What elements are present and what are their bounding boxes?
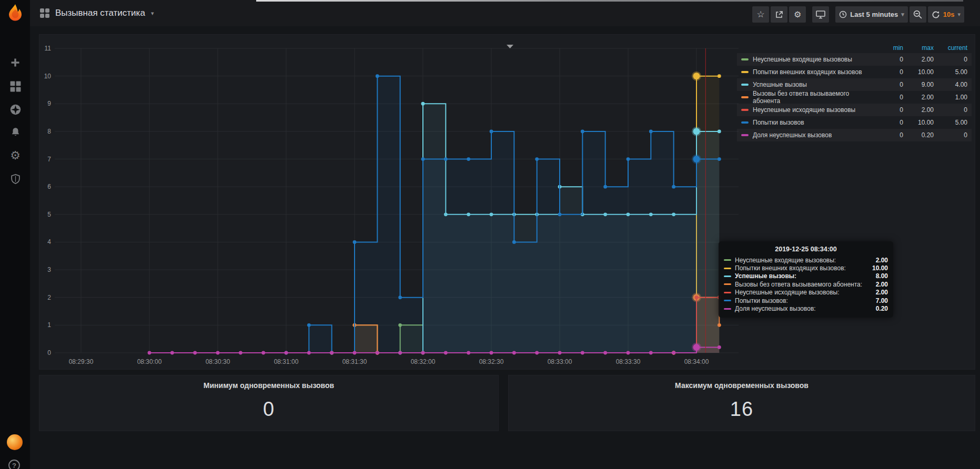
user-avatar[interactable] xyxy=(7,434,23,450)
tooltip-series-label: Попытки внешних входящих вызовов: xyxy=(735,264,846,272)
legend-sort-min[interactable]: min xyxy=(876,44,903,52)
series-point xyxy=(216,351,220,355)
graph-tooltip: 2019-12-25 08:34:00 Неуспешные входящие … xyxy=(719,241,893,318)
legend-series-label[interactable]: Вызовы без ответа вызываемого абонента xyxy=(741,90,876,105)
legend-series-name[interactable]: Попытки вызовов xyxy=(753,119,804,126)
tooltip-row: Неуспешные исходящие вызововы:2.00 xyxy=(724,289,888,297)
legend-min-value: 0 xyxy=(876,131,903,139)
series-point xyxy=(558,351,562,355)
legend-sort-max[interactable]: max xyxy=(903,44,934,52)
legend-current-value: 5.00 xyxy=(934,68,967,76)
series-color-dash-icon[interactable] xyxy=(741,121,749,124)
dashboard-title[interactable]: Вызывная статистика xyxy=(55,8,145,18)
explore-compass-icon[interactable] xyxy=(9,103,22,116)
tooltip-row: Неуспешные входящие вызововы:2.00 xyxy=(724,256,888,264)
x-axis-tick-label: 08:31:30 xyxy=(342,358,367,365)
star-icon: ☆ xyxy=(757,9,765,20)
tooltip-series-value: 10.00 xyxy=(872,264,888,272)
series-point xyxy=(693,73,700,79)
x-axis-tick-label: 08:33:00 xyxy=(548,358,572,365)
legend-current-value: 0 xyxy=(934,106,967,114)
server-admin-shield-icon[interactable] xyxy=(9,172,22,185)
legend-series-label[interactable]: Неуспешные исходящие вызововы xyxy=(741,106,876,114)
time-range-picker[interactable]: Last 5 minutes ▾ xyxy=(835,6,908,23)
legend-current-value: 0 xyxy=(934,56,967,63)
legend-series-name[interactable]: Попытки внешних входящих вызовов xyxy=(753,68,862,76)
share-button[interactable] xyxy=(771,6,787,23)
legend-sort-current[interactable]: current xyxy=(934,44,967,52)
configuration-gear-icon[interactable]: ⚙ xyxy=(9,149,22,162)
x-axis-tick-label: 08:31:00 xyxy=(274,358,299,365)
settings-button[interactable]: ⚙ xyxy=(789,6,806,23)
legend-series-label[interactable]: Успешные вызовы xyxy=(741,81,876,88)
create-plus-icon[interactable] xyxy=(9,56,22,69)
legend-series-label[interactable]: Неуспешные входящие вызововы xyxy=(741,56,876,63)
help-icon[interactable]: ? xyxy=(8,460,20,469)
tooltip-row: Доля неуспешных вызовов:0.20 xyxy=(724,304,888,312)
series-color-dash-icon xyxy=(724,292,731,293)
top-nav: Вызывная статистика ▾ ☆ ⚙ Last 5 minutes… xyxy=(30,0,980,26)
grafana-logo[interactable] xyxy=(6,4,24,26)
chevron-down-icon: ▾ xyxy=(901,11,904,18)
legend-series-name[interactable]: Неуспешные входящие вызововы xyxy=(753,56,852,63)
series-color-dash-icon[interactable] xyxy=(741,134,749,136)
title-caret-icon[interactable]: ▾ xyxy=(151,10,154,17)
star-button[interactable]: ☆ xyxy=(752,6,769,23)
alerting-bell-icon[interactable] xyxy=(9,126,22,138)
tooltip-series-label: Доля неуспешных вызовов: xyxy=(735,305,816,312)
legend-series-name[interactable]: Вызовы без ответа вызываемого абонента xyxy=(753,90,876,105)
series-point xyxy=(603,351,607,355)
series-color-dash-icon[interactable] xyxy=(741,84,749,86)
series-point xyxy=(693,344,700,351)
legend-header: min max current xyxy=(737,42,972,53)
y-axis-tick-label: 10 xyxy=(44,73,52,80)
tv-mode-button[interactable] xyxy=(812,6,829,23)
y-axis-tick-label: 5 xyxy=(47,211,51,218)
tooltip-series-value: 2.00 xyxy=(876,289,888,296)
y-axis-tick-label: 1 xyxy=(47,321,51,329)
chevron-down-icon: ▾ xyxy=(957,11,961,18)
stat-panel-min: Минимум одновременных вызовов 0 xyxy=(39,375,499,431)
legend-min-value: 0 xyxy=(876,119,903,126)
series-point xyxy=(444,351,448,355)
series-point xyxy=(421,157,425,161)
legend-row: Неуспешные исходящие вызововы02.000 xyxy=(737,104,972,116)
legend-max-value: 2.00 xyxy=(903,106,934,114)
series-color-dash-icon[interactable] xyxy=(741,96,749,98)
panel-menu-caret[interactable] xyxy=(507,45,513,48)
series-color-dash-icon[interactable] xyxy=(741,71,749,73)
x-axis-tick-label: 08:30:00 xyxy=(137,358,162,365)
refresh-picker[interactable]: 10s ▾ xyxy=(928,6,964,23)
legend-series-label[interactable]: Попытки внешних входящих вызовов xyxy=(741,68,876,76)
series-point xyxy=(490,130,493,134)
legend-series-name[interactable]: Неуспешные исходящие вызововы xyxy=(753,106,855,114)
refresh-icon xyxy=(932,11,940,19)
series-point xyxy=(353,240,357,244)
series-point xyxy=(718,157,721,161)
legend-series-label[interactable]: Попытки вызовов xyxy=(741,119,876,126)
tooltip-row: Попытки внешних входящих вызовов:10.00 xyxy=(724,264,888,272)
series-point xyxy=(535,351,539,355)
y-axis-tick-label: 2 xyxy=(47,294,51,301)
series-point xyxy=(330,351,334,355)
legend-min-value: 0 xyxy=(876,68,903,76)
legend-max-value: 2.00 xyxy=(903,56,934,63)
series-color-dash-icon[interactable] xyxy=(741,58,749,60)
legend-series-name[interactable]: Успешные вызовы xyxy=(753,81,807,88)
legend-max-value: 10.00 xyxy=(903,119,934,126)
x-axis-tick-label: 08:30:30 xyxy=(206,358,230,365)
dashboards-icon[interactable] xyxy=(9,80,22,93)
series-point xyxy=(467,351,470,355)
legend-series-name[interactable]: Доля неуспешных вызовов xyxy=(753,131,832,139)
y-axis-tick-label: 9 xyxy=(47,100,51,107)
series-point xyxy=(170,351,174,355)
legend-series-label[interactable]: Доля неуспешных вызовов xyxy=(741,131,876,139)
tooltip-series-label: Успешные вызовы: xyxy=(735,272,796,280)
series-point xyxy=(627,157,630,161)
legend-row: Доля неуспешных вызовов00.200 xyxy=(737,129,972,141)
graph-panel: 0123456789101108:29:3008:30:0008:30:3008… xyxy=(39,34,975,370)
zoom-out-button[interactable] xyxy=(910,6,926,23)
series-color-dash-icon xyxy=(724,283,731,285)
series-color-dash-icon[interactable] xyxy=(741,109,749,111)
series-point xyxy=(193,351,197,355)
